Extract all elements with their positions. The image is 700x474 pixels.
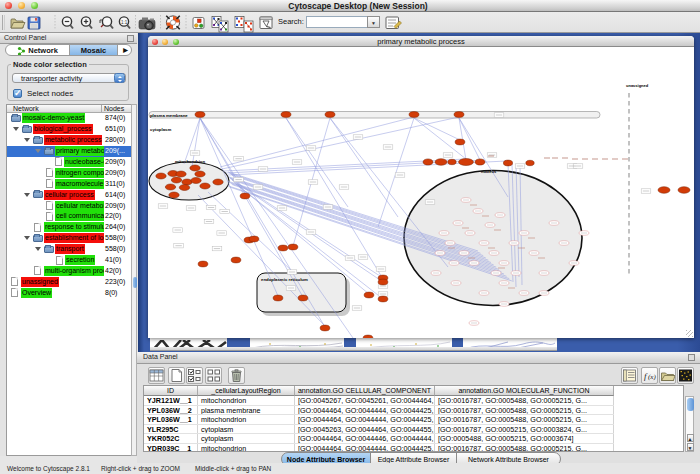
svg-text:1:1: 1:1 bbox=[121, 20, 128, 25]
svg-text:cytoplasm: cytoplasm bbox=[150, 127, 171, 132]
svg-text:unassigned: unassigned bbox=[626, 83, 649, 88]
svg-text:nucleus: nucleus bbox=[481, 169, 497, 174]
svg-text:endoplasmic reticulum: endoplasmic reticulum bbox=[261, 277, 308, 282]
svg-text:plasma membrane: plasma membrane bbox=[150, 113, 188, 118]
svg-text:mitochondrion: mitochondrion bbox=[175, 159, 205, 164]
svg-text:(x): (x) bbox=[648, 373, 656, 381]
